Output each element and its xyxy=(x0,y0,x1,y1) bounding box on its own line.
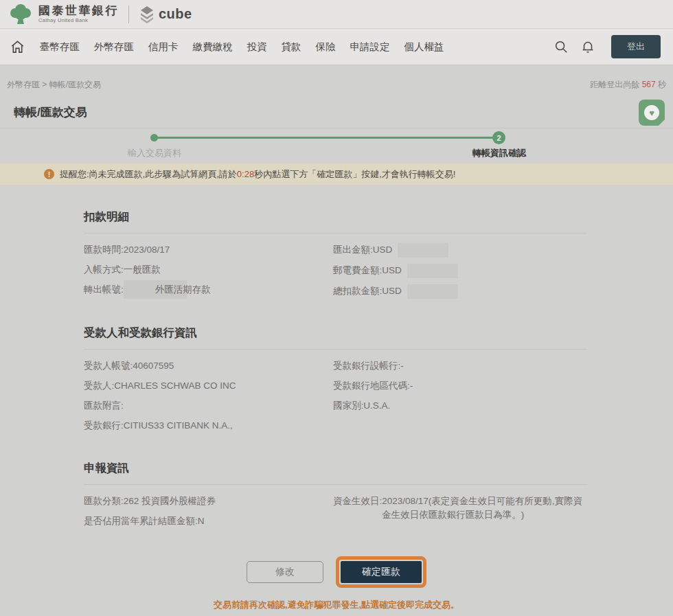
page-title: 轉帳/匯款交易 xyxy=(14,104,87,120)
breadcrumb-row: 外幣存匯 > 轉帳/匯款交易 距離登出尚餘 567 秒 xyxy=(0,65,673,97)
section-payee-info: 受款人和受款銀行資訊 受款人帳號: 40607595 受款人: CHARLES … xyxy=(84,302,587,436)
timer-prefix: 距離登出尚餘 xyxy=(590,80,641,89)
section-title: 申報資訊 xyxy=(84,436,587,484)
field-value: 262 投資國外股權證券 xyxy=(124,494,333,508)
countdown-alert: ! 提醒您:尚未完成匯款,此步驟為試算網頁,請於0:28秒內點選下方「確定匯款」… xyxy=(0,163,673,185)
detail-row: 國家別: U.S.A. xyxy=(333,396,587,416)
home-icon[interactable] xyxy=(10,39,25,55)
field-value: - xyxy=(400,359,587,373)
bank-logo[interactable]: 國泰世華銀行 Cathay United Bank xyxy=(8,2,119,27)
nav-item-insurance[interactable]: 保險 xyxy=(316,41,336,54)
favorite-button[interactable]: ♥ xyxy=(639,100,665,126)
nav-item-pay-tax[interactable]: 繳費繳稅 xyxy=(193,41,233,54)
nav-item-apply-settings[interactable]: 申請設定 xyxy=(350,41,390,54)
field-value: CHARLES SCHWAB CO INC xyxy=(114,379,333,393)
detail-row: 受款人帳號: 40607595 xyxy=(84,356,333,376)
field-label: 受款人: xyxy=(84,379,114,393)
field-value: N xyxy=(198,514,333,528)
step-2-circle: 2 xyxy=(492,131,505,144)
detail-row: 匯款時間: 2023/08/17 xyxy=(84,240,333,260)
nav-item-invest[interactable]: 投資 xyxy=(247,41,267,54)
field-label: 受款銀行設帳行: xyxy=(333,359,400,373)
step-1-dot xyxy=(150,134,158,141)
section-title: 扣款明細 xyxy=(84,185,587,233)
redacted-amount xyxy=(407,264,458,278)
alert-countdown: 0:28 xyxy=(237,169,254,179)
field-value: 2023/08/17(表定資金生效日可能有所更動,實際資金生效日依匯款銀行匯款日… xyxy=(382,494,587,522)
action-buttons: 修改 確定匯款 xyxy=(0,556,673,588)
nav-item-loan[interactable]: 貸款 xyxy=(282,41,301,54)
detail-row: 匯款附言: xyxy=(84,396,333,416)
field-label: 匯款附言: xyxy=(84,399,124,413)
field-label: 受款銀行: xyxy=(84,419,124,433)
stepper-line xyxy=(155,137,499,139)
tree-logo-icon xyxy=(8,2,33,27)
detail-row: 受款銀行設帳行: - xyxy=(333,356,587,376)
alert-suffix: 秒內點選下方「確定匯款」按鍵,才會執行轉帳交易! xyxy=(254,169,455,179)
field-value: - xyxy=(410,379,587,393)
field-value: 一般匯款 xyxy=(124,263,333,277)
alert-text: 提醒您:尚未完成匯款,此步驟為試算網頁,請於0:28秒內點選下方「確定匯款」按鍵… xyxy=(60,168,455,181)
bank-name: 國泰世華銀行 xyxy=(38,5,119,16)
product-name: cube xyxy=(159,6,192,22)
field-label: 是否佔用當年累計結匯金額: xyxy=(84,514,198,528)
search-icon[interactable] xyxy=(554,39,569,54)
logout-button[interactable]: 登出 xyxy=(611,35,661,58)
nav-item-personal-rights[interactable]: 個人權益 xyxy=(404,41,444,54)
alert-prefix: 提醒您:尚未完成匯款,此步驟為試算網頁,請於 xyxy=(60,169,237,179)
notification-bell-icon[interactable] xyxy=(580,39,595,54)
heart-icon: ♥ xyxy=(644,105,659,120)
detail-row: 匯款分類: 262 投資國外股權證券 xyxy=(84,492,333,512)
detail-row: 受款銀行地區代碼: - xyxy=(333,376,587,396)
redacted-amount xyxy=(398,243,448,258)
field-label: 總扣款金額: xyxy=(333,284,382,298)
field-label: 匯款分類: xyxy=(84,494,124,508)
anti-fraud-notice: 交易前請再次確認,避免詐騙犯罪發生,點選確定後即完成交易。 xyxy=(0,599,673,611)
page-title-bar: 轉帳/匯款交易 ♥ xyxy=(0,97,673,128)
field-value: CITIUS33 CITIBANK N.A., xyxy=(124,419,333,433)
section-declaration-info: 申報資訊 匯款分類: 262 投資國外股權證券 是否佔用當年累計結匯金額: N … xyxy=(84,436,587,532)
main-nav: 臺幣存匯 外幣存匯 信用卡 繳費繳稅 投資 貸款 保險 申請設定 個人權益 登出 xyxy=(0,29,673,65)
bank-name-en: Cathay United Bank xyxy=(38,18,119,23)
field-value: USD xyxy=(382,284,402,298)
detail-row: 受款人: CHARLES SCHWAB CO INC xyxy=(84,376,333,396)
progress-stepper: 2 輸入交易資料 轉帳資訊確認 xyxy=(0,128,673,161)
detail-row: 資金生效日: 2023/08/17(表定資金生效日可能有所更動,實際資金生效日依… xyxy=(333,492,587,525)
redacted-amount xyxy=(407,284,458,299)
field-label: 匯出金額: xyxy=(333,243,373,257)
field-label: 郵電費金額: xyxy=(333,264,382,277)
nav-item-credit-card[interactable]: 信用卡 xyxy=(148,41,179,54)
section-deduction-details: 扣款明細 匯款時間: 2023/08/17 入帳方式: 一般匯款 轉出帳號: 外… xyxy=(84,185,587,302)
detail-row: 入帳方式: 一般匯款 xyxy=(84,260,333,280)
session-timer: 距離登出尚餘 567 秒 xyxy=(590,79,666,91)
detail-row: 郵電費金額: USD xyxy=(333,261,587,282)
timer-value: 567 xyxy=(642,80,656,89)
nav-item-twd[interactable]: 臺幣存匯 xyxy=(40,41,80,54)
detail-row: 總扣款金額: USD xyxy=(333,282,587,302)
confirm-remit-button[interactable]: 確定匯款 xyxy=(341,561,422,583)
field-label: 匯款時間: xyxy=(84,243,124,257)
field-label: 受款人帳號: xyxy=(84,359,133,373)
app-header: 國泰世華銀行 Cathay United Bank cube xyxy=(0,0,673,29)
field-value: 40607595 xyxy=(133,359,333,373)
breadcrumb[interactable]: 外幣存匯 > 轉帳/匯款交易 xyxy=(7,79,101,91)
timer-suffix: 秒 xyxy=(656,80,666,89)
detail-row: 是否佔用當年累計結匯金額: N xyxy=(84,512,333,532)
field-value: USD xyxy=(373,243,393,257)
confirm-highlight-ring: 確定匯款 xyxy=(336,556,426,588)
detail-row: 轉出帳號: 外匯活期存款 xyxy=(84,280,333,300)
field-label: 受款銀行地區代碼: xyxy=(333,379,410,393)
cube-leaf-icon xyxy=(139,5,155,23)
field-value: 外匯活期存款 xyxy=(124,283,211,297)
step-2-label: 轉帳資訊確認 xyxy=(472,147,526,159)
field-label: 轉出帳號: xyxy=(84,283,124,297)
nav-item-fx[interactable]: 外幣存匯 xyxy=(94,41,134,54)
step-1-label: 輸入交易資料 xyxy=(128,147,181,159)
logo-divider xyxy=(128,5,129,23)
detail-row: 匯出金額: USD xyxy=(333,240,587,261)
modify-button[interactable]: 修改 xyxy=(247,561,323,583)
field-label: 國家別: xyxy=(333,399,363,413)
field-value: 2023/08/17 xyxy=(124,243,333,257)
cube-logo[interactable]: cube xyxy=(139,5,192,23)
detail-row: 受款銀行: CITIUS33 CITIBANK N.A., xyxy=(84,416,333,436)
